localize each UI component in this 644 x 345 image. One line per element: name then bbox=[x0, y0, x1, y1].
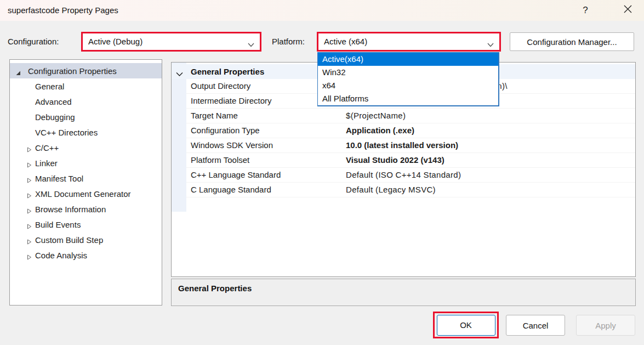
apply-button-label: Apply bbox=[595, 321, 616, 330]
platform-combo-value: Active (x64) bbox=[324, 33, 367, 50]
tree-item-debugging[interactable]: Debugging bbox=[10, 109, 162, 125]
property-label: Windows SDK Version bbox=[191, 138, 273, 152]
property-label: Intermediate Directory bbox=[191, 94, 272, 108]
property-label: C Language Standard bbox=[191, 183, 271, 197]
cancel-button[interactable]: Cancel bbox=[506, 315, 565, 336]
configuration-combo-value: Active (Debug) bbox=[88, 33, 143, 50]
configuration-combo-callout: Active (Debug) bbox=[81, 32, 261, 52]
tree-collapsed-icon[interactable] bbox=[27, 160, 32, 169]
dropdown-item-win32[interactable]: Win32 bbox=[318, 66, 498, 79]
dialog-title: superfastcode Property Pages bbox=[8, 0, 118, 21]
tree-item-label: Manifest Tool bbox=[10, 174, 83, 183]
property-value[interactable]: 10.0 (latest installed version) bbox=[346, 138, 458, 152]
dropdown-item-x64[interactable]: x64 bbox=[318, 79, 498, 92]
tree-item-browse-information[interactable]: Browse Information bbox=[10, 201, 162, 217]
chevron-down-icon bbox=[248, 39, 254, 49]
tree-item-xml-document-generator[interactable]: XML Document Generator bbox=[10, 186, 162, 201]
tree-item-label: General bbox=[10, 82, 64, 91]
dropdown-item-all-platforms[interactable]: All Platforms bbox=[318, 92, 498, 105]
platform-label: Platform: bbox=[272, 32, 305, 52]
help-button[interactable]: ? bbox=[574, 0, 596, 21]
property-value[interactable]: Default (ISO C++14 Standard) bbox=[346, 168, 461, 182]
tree-expanded-icon[interactable] bbox=[16, 68, 21, 77]
property-value[interactable]: Application (.exe) bbox=[346, 123, 414, 138]
tree-item-label: Debugging bbox=[10, 112, 75, 122]
tree-collapsed-icon[interactable] bbox=[27, 222, 32, 231]
property-label: Configuration Type bbox=[191, 123, 260, 138]
tree-collapsed-icon[interactable] bbox=[27, 252, 32, 262]
platform-dropdown-list: Active(x64) Win32 x64 All Platforms bbox=[317, 52, 499, 106]
tree-collapsed-icon[interactable] bbox=[27, 237, 32, 246]
tree-collapsed-icon[interactable] bbox=[27, 176, 32, 185]
tree-item-code-analysis[interactable]: Code Analysis bbox=[10, 247, 162, 263]
tree-item-advanced[interactable]: Advanced bbox=[10, 94, 162, 109]
tree-collapsed-icon[interactable] bbox=[27, 191, 32, 200]
grid-row-target-name[interactable]: Target Name $(ProjectName) bbox=[186, 109, 635, 123]
configuration-manager-button[interactable]: Configuration Manager... bbox=[510, 32, 634, 51]
configuration-manager-label: Configuration Manager... bbox=[527, 37, 617, 47]
tree-item-manifest-tool[interactable]: Manifest Tool bbox=[10, 171, 162, 186]
configuration-combobox[interactable]: Active (Debug) bbox=[83, 33, 260, 50]
section-header-label: General Properties bbox=[191, 67, 264, 76]
help-icon: ? bbox=[583, 5, 588, 16]
tree-collapsed-icon[interactable] bbox=[27, 145, 32, 154]
grid-indent-gutter bbox=[172, 63, 186, 212]
section-expanded-chevron-icon[interactable] bbox=[176, 69, 183, 78]
tree-item-label: C/C++ bbox=[10, 143, 59, 152]
ok-button[interactable]: OK bbox=[437, 315, 495, 336]
tree-item-label: Code Analysis bbox=[10, 251, 87, 260]
tree-item-label: Linker bbox=[10, 159, 58, 168]
configuration-tree: Configuration Properties General Advance… bbox=[9, 59, 162, 306]
description-panel: General Properties bbox=[171, 279, 636, 306]
tree-item-label: Custom Build Step bbox=[10, 235, 103, 245]
tree-item-configuration-properties[interactable]: Configuration Properties bbox=[10, 63, 162, 78]
tree-item-label: Build Events bbox=[10, 220, 81, 229]
tree-item-general[interactable]: General bbox=[10, 78, 162, 94]
tree-item-label: Configuration Properties bbox=[10, 66, 117, 76]
cancel-button-label: Cancel bbox=[523, 321, 549, 330]
tree-item-linker[interactable]: Linker bbox=[10, 155, 162, 171]
platform-combobox[interactable]: Active (x64) bbox=[318, 33, 499, 50]
grid-row-platform-toolset[interactable]: Platform Toolset Visual Studio 2022 (v14… bbox=[186, 153, 635, 168]
configuration-label: Configuration: bbox=[8, 32, 59, 52]
platform-combo-callout: Active (x64) bbox=[317, 32, 501, 52]
tree-item-label: Browse Information bbox=[10, 205, 106, 214]
ok-button-callout: OK bbox=[433, 312, 499, 338]
grid-row-configuration-type[interactable]: Configuration Type Application (.exe) bbox=[186, 123, 635, 138]
description-title: General Properties bbox=[178, 284, 252, 293]
property-label: Platform Toolset bbox=[191, 153, 249, 167]
chevron-down-icon bbox=[487, 39, 494, 49]
property-label: Output Directory bbox=[191, 79, 250, 93]
tree-item-label: Advanced bbox=[10, 97, 72, 106]
grid-row-cpp-language-standard[interactable]: C++ Language Standard Default (ISO C++14… bbox=[186, 168, 635, 183]
tree-item-vcpp-directories[interactable]: VC++ Directories bbox=[10, 125, 162, 140]
property-pages-dialog: superfastcode Property Pages ? Configura… bbox=[0, 0, 644, 345]
dropdown-item-active-x64[interactable]: Active(x64) bbox=[318, 53, 498, 66]
tree-item-build-events[interactable]: Build Events bbox=[10, 217, 162, 232]
tree-item-custom-build-step[interactable]: Custom Build Step bbox=[10, 232, 162, 247]
property-value[interactable]: $(ProjectName) bbox=[346, 109, 406, 123]
property-value[interactable]: Default (Legacy MSVC) bbox=[346, 183, 436, 197]
apply-button-disabled[interactable]: Apply bbox=[576, 315, 635, 336]
property-label: Target Name bbox=[191, 109, 238, 123]
close-button[interactable] bbox=[617, 0, 639, 21]
property-value[interactable]: Visual Studio 2022 (v143) bbox=[346, 153, 444, 167]
title-bar: superfastcode Property Pages ? bbox=[0, 0, 644, 21]
tree-item-c-cpp[interactable]: C/C++ bbox=[10, 140, 162, 155]
ok-button-label: OK bbox=[460, 320, 472, 330]
tree-collapsed-icon[interactable] bbox=[27, 206, 32, 216]
grid-row-windows-sdk-version[interactable]: Windows SDK Version 10.0 (latest install… bbox=[186, 138, 635, 153]
tree-item-label: VC++ Directories bbox=[10, 128, 98, 137]
property-label: C++ Language Standard bbox=[191, 168, 281, 182]
close-icon bbox=[624, 5, 632, 16]
grid-row-c-language-standard[interactable]: C Language Standard Default (Legacy MSVC… bbox=[186, 183, 635, 197]
